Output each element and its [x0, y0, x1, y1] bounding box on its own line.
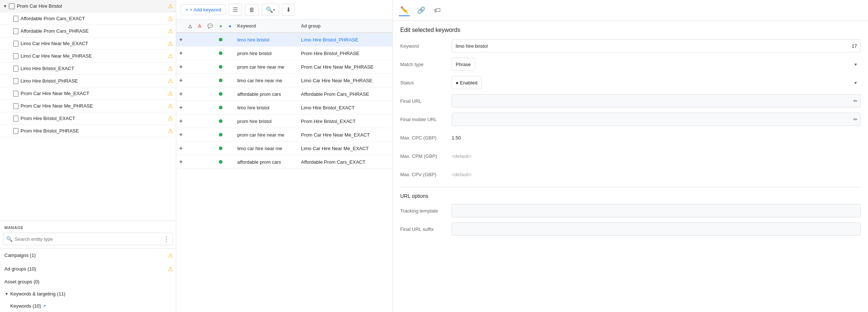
add-row-icon[interactable]: + [179, 159, 182, 165]
adgroup-cell[interactable]: Prom Hire Bristol_EXACT [298, 115, 393, 128]
plus-cell[interactable]: + [176, 60, 185, 74]
tree-item[interactable]: Limo Hire Bristol_EXACT ⚠ [0, 62, 176, 75]
tree-item[interactable]: Affordable Prom Cars_EXACT ⚠ [0, 12, 176, 25]
status-select[interactable]: ● Enabled Paused Removed [452, 76, 482, 89]
keyword-cell[interactable]: limo car hire near me [234, 142, 298, 155]
plus-cell[interactable]: + [176, 155, 185, 169]
adgroup-cell[interactable]: Prom Hire Bristol_PHRASE [298, 47, 393, 60]
adgroup-cell[interactable]: Prom Car Hire Near Me_PHRASE [298, 60, 393, 74]
keyword-cell[interactable]: limo hire bristol [234, 101, 298, 115]
delete-button[interactable]: 🗑 [245, 4, 259, 16]
table-row[interactable]: + prom hire bristol Prom Hire Bristol_EX… [176, 115, 393, 128]
keyword-cell[interactable]: prom hire bristol [234, 47, 298, 60]
tree-item[interactable]: Prom Hire Bristol_PHRASE ⚠ [0, 125, 176, 137]
table-row[interactable]: + affordable prom cars Affordable Prom C… [176, 87, 393, 101]
col-blue-header[interactable]: ● [225, 20, 234, 33]
table-row[interactable]: + limo car hire near me Limo Car Hire Ne… [176, 74, 393, 87]
plus-cell[interactable]: + [176, 115, 185, 128]
tag-icon[interactable]: 🏷 [433, 5, 442, 16]
keyword-cell[interactable]: prom car hire near me [234, 128, 298, 142]
tracking-template-input[interactable] [452, 204, 861, 217]
table-row[interactable]: + prom car hire near me Prom Car Hire Ne… [176, 60, 393, 74]
final-mobile-url-edit-icon[interactable]: ✏ [853, 116, 858, 122]
ext-link-icon[interactable]: ↗ [42, 304, 46, 309]
search-input[interactable] [15, 236, 162, 242]
adgroup-link[interactable]: Limo Hire Bristol_PHRASE [301, 37, 358, 43]
tree-item[interactable]: Limo Hire Bristol_PHRASE ⚠ [0, 75, 176, 87]
adjust-columns-button[interactable]: ☰ [229, 4, 242, 16]
adgroup-text: Limo Hire Bristol_EXACT [301, 105, 355, 110]
col-warning-header[interactable]: ⚠ [195, 20, 205, 33]
table-row[interactable]: + limo car hire near me Limo Car Hire Ne… [176, 142, 393, 155]
keyword-input[interactable] [452, 39, 861, 52]
keyword-cell[interactable]: prom hire bristol [234, 115, 298, 128]
table-row[interactable]: + prom hire bristol Prom Hire Bristol_PH… [176, 47, 393, 60]
edit-icon[interactable]: ✏️ [399, 4, 410, 16]
tree-item[interactable]: Prom Car Hire Near Me_EXACT ⚠ [0, 87, 176, 100]
keyword-cell[interactable]: affordable prom cars [234, 155, 298, 169]
final-url-suffix-input[interactable] [452, 222, 861, 236]
keyword-cell[interactable]: prom car hire near me [234, 60, 298, 74]
msg-cell [205, 115, 216, 128]
plus-cell[interactable]: + [176, 87, 185, 101]
table-row[interactable]: + limo hire bristol Limo Hire Bristol_EX… [176, 101, 393, 115]
add-keyword-button[interactable]: + + Add keyword [181, 4, 226, 15]
plus-cell[interactable]: + [176, 33, 185, 47]
download-button[interactable]: ⬇ [282, 4, 295, 16]
tree-root-item[interactable]: ▼ Prom Car Hire Bristol ⚠ [0, 0, 176, 12]
col-msg-header[interactable]: 💬 [205, 20, 216, 33]
manage-item[interactable]: Asset groups (0) [0, 276, 176, 288]
tree-item[interactable]: Limo Car Hire Near Me_PHRASE ⚠ [0, 50, 176, 62]
table-row[interactable]: + affordable prom cars Affordable Prom C… [176, 155, 393, 169]
adgroup-cell[interactable]: Affordable Prom Cars_EXACT [298, 155, 393, 169]
manage-item[interactable]: ▼ Keywords & targeting (11) [0, 288, 176, 300]
table-row[interactable]: + limo hire bristol Limo Hire Bristol_PH… [176, 33, 393, 47]
plus-cell[interactable]: + [176, 128, 185, 142]
add-row-icon[interactable]: + [179, 36, 182, 43]
tree-item[interactable]: Prom Hire Bristol_EXACT ⚠ [0, 112, 176, 125]
match-type-select[interactable]: Phrase Broad Exact [452, 58, 475, 71]
tree-item[interactable]: Affordable Prom Cars_PHRASE ⚠ [0, 25, 176, 37]
manage-item[interactable]: Ad groups (10) ⚠ [0, 262, 176, 276]
adgroup-cell[interactable]: Limo Hire Bristol_PHRASE [298, 33, 393, 47]
add-row-icon[interactable]: + [179, 145, 182, 151]
adgroup-cell[interactable]: Prom Car Hire Near Me_EXACT [298, 128, 393, 142]
status-cell [216, 101, 225, 115]
more-icon[interactable]: ⋮ [163, 235, 170, 243]
plus-cell[interactable]: + [176, 74, 185, 87]
adgroup-cell[interactable]: Affordable Prom Cars_PHRASE [298, 87, 393, 101]
add-row-icon[interactable]: + [179, 91, 182, 97]
delete-icon: 🗑 [249, 7, 255, 13]
manage-item[interactable]: Keywords (10) ↗ [0, 300, 176, 312]
add-row-icon[interactable]: + [179, 77, 182, 83]
adgroup-header[interactable]: Ad group [298, 20, 393, 33]
adgroup-cell[interactable]: Limo Car Hire Near Me_PHRASE [298, 74, 393, 87]
adgroup-cell[interactable]: Limo Hire Bristol_EXACT [298, 101, 393, 115]
keyword-cell[interactable]: affordable prom cars [234, 87, 298, 101]
keyword-cell[interactable]: limo car hire near me [234, 74, 298, 87]
keyword-cell[interactable]: limo hire bristol [234, 33, 298, 47]
adgroup-cell[interactable]: Limo Car Hire Near Me_EXACT [298, 142, 393, 155]
table-row[interactable]: + prom car hire near me Prom Car Hire Ne… [176, 128, 393, 142]
keyword-link[interactable]: limo hire bristol [237, 37, 269, 43]
search-button[interactable]: 🔍 ▾ [262, 4, 279, 16]
manage-item[interactable]: Campaigns (1) ⚠ [0, 248, 176, 262]
final-url-edit-icon[interactable]: ✏ [853, 98, 858, 104]
tree-item[interactable]: Limo Car Hire Near Me_EXACT ⚠ [0, 37, 176, 50]
add-row-icon[interactable]: + [179, 131, 182, 138]
add-row-icon[interactable]: + [179, 64, 182, 70]
plus-cell[interactable]: + [176, 101, 185, 115]
add-row-icon[interactable]: + [179, 118, 182, 124]
tree-item[interactable]: Prom Car Hire Near Me_PHRASE ⚠ [0, 100, 176, 112]
plus-cell[interactable]: + [176, 142, 185, 155]
add-row-icon[interactable]: + [179, 50, 182, 56]
link-icon[interactable]: 🔗 [416, 5, 427, 16]
adgroup-icon [13, 91, 18, 97]
plus-cell[interactable]: + [176, 47, 185, 60]
col-triangle-header[interactable]: △ [185, 20, 195, 33]
final-url-input[interactable] [452, 94, 861, 108]
add-row-icon[interactable]: + [179, 104, 182, 110]
final-mobile-url-input[interactable] [452, 113, 861, 126]
col-status-header[interactable]: ● [216, 20, 225, 33]
keyword-header[interactable]: Keyword [234, 20, 298, 33]
